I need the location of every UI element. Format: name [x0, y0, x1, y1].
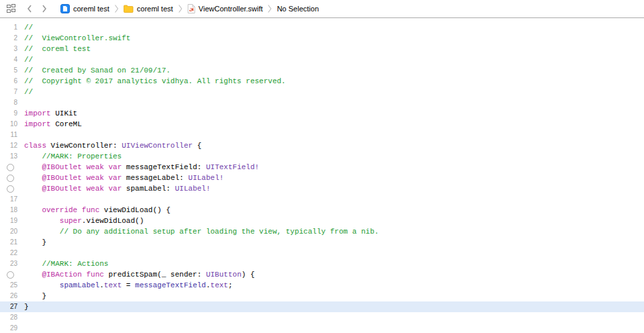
line-number[interactable]: 6 — [13, 76, 17, 87]
gutter: 1 — [0, 22, 17, 33]
line-number[interactable]: 23 — [10, 258, 17, 269]
code-line[interactable]: 27} — [0, 301, 644, 312]
related-items-icon[interactable] — [7, 4, 17, 13]
forward-button[interactable] — [39, 3, 50, 14]
code-line[interactable]: @IBOutlet weak var messageTextField: UIT… — [0, 162, 644, 173]
code-token-plain: } — [24, 238, 46, 246]
code-line[interactable]: 21 } — [0, 237, 644, 248]
code-line[interactable]: 22 — [0, 248, 644, 258]
code-line[interactable]: 10import CoreML — [0, 119, 644, 130]
code-token-comment: // coreml test — [24, 45, 91, 53]
gutter: 17 — [0, 194, 17, 205]
line-number[interactable]: 1 — [13, 22, 17, 33]
code-line[interactable]: 17 — [0, 194, 644, 205]
code-line[interactable]: 28 — [0, 312, 644, 323]
code-token-comment: // — [24, 56, 33, 64]
line-number[interactable]: 12 — [10, 140, 17, 151]
code-line[interactable]: 1// — [0, 22, 644, 33]
line-number[interactable]: 29 — [10, 323, 17, 333]
code-line[interactable]: 8 — [0, 97, 644, 108]
code-token-comment: // Created by Sanad on 21/09/17. — [24, 66, 171, 75]
connection-indicator-icon[interactable] — [7, 185, 14, 193]
code-token-keyword: @IBOutlet — [42, 163, 81, 171]
line-number[interactable]: 22 — [10, 248, 17, 258]
code-line[interactable]: 5// Created by Sanad on 21/09/17. — [0, 65, 644, 76]
gutter — [0, 183, 17, 194]
breadcrumb-label: No Selection — [277, 5, 318, 13]
line-number[interactable]: 3 — [13, 44, 17, 54]
code-token-plain: messageLabel: — [122, 174, 188, 182]
line-number[interactable]: 26 — [10, 291, 17, 301]
line-number[interactable]: 17 — [10, 194, 17, 205]
line-number[interactable]: 21 — [10, 237, 17, 248]
code-token-plain — [24, 152, 42, 160]
gutter: 5 — [0, 65, 17, 76]
app-file-icon — [60, 4, 70, 13]
code-text: import UIKit — [17, 108, 77, 119]
code-text: @IBOutlet weak var messageTextField: UIT… — [17, 162, 259, 173]
breadcrumb-item[interactable]: coreml test — [60, 4, 109, 13]
line-number[interactable]: 18 — [10, 205, 17, 216]
connection-indicator-icon[interactable] — [7, 164, 14, 171]
code-text: // — [17, 87, 33, 97]
code-line[interactable]: 20 // Do any additional setup after load… — [0, 226, 644, 237]
code-text: // Created by Sanad on 21/09/17. — [17, 65, 171, 76]
line-number[interactable]: 27 — [10, 301, 17, 312]
code-token-keyword: func — [86, 271, 103, 279]
code-token-keyword: var — [108, 163, 122, 171]
code-line[interactable]: @IBOutlet weak var messageLabel: UILabel… — [0, 173, 644, 183]
line-number[interactable]: 7 — [13, 87, 17, 97]
line-number[interactable]: 8 — [13, 97, 17, 108]
code-token-keyword: @IBOutlet — [42, 174, 81, 182]
code-line[interactable]: 7// — [0, 87, 644, 97]
line-number[interactable]: 13 — [10, 151, 17, 162]
code-editor[interactable]: 1//2// ViewController.swift3// coreml te… — [0, 18, 644, 333]
code-token-plain — [77, 206, 82, 214]
code-line[interactable]: 11 — [0, 130, 644, 140]
breadcrumb-item[interactable]: No Selection — [277, 5, 318, 13]
code-text: super.viewDidLoad() — [17, 216, 144, 226]
code-line[interactable]: 6// Copyright © 2017 analytics vidhya. A… — [0, 76, 644, 87]
code-line[interactable]: 29 — [0, 323, 644, 333]
code-line[interactable]: 25 spamLabel.text = messageTextField.tex… — [0, 280, 644, 291]
line-number[interactable]: 9 — [13, 108, 17, 119]
line-number[interactable]: 20 — [10, 226, 17, 237]
code-line[interactable]: 2// ViewController.swift — [0, 33, 644, 44]
gutter: 27 — [0, 301, 17, 312]
code-line[interactable]: 3// coreml test — [0, 44, 644, 54]
gutter: 23 — [0, 258, 17, 269]
line-number[interactable]: 11 — [11, 130, 17, 140]
code-token-type: UITextField! — [206, 163, 259, 171]
code-line[interactable]: 19 super.viewDidLoad() — [0, 216, 644, 226]
line-number[interactable]: 10 — [10, 119, 17, 130]
code-line[interactable]: 18 override func viewDidLoad() { — [0, 205, 644, 216]
breadcrumb-item[interactable]: ViewController.swift — [187, 4, 263, 13]
line-number[interactable]: 25 — [10, 280, 17, 291]
code-line[interactable]: 4// — [0, 54, 644, 65]
connection-indicator-icon[interactable] — [7, 175, 14, 182]
code-token-comment: // — [24, 23, 33, 32]
connection-indicator-icon[interactable] — [7, 271, 14, 279]
line-number[interactable]: 2 — [13, 33, 17, 44]
code-text: //MARK: Actions — [17, 258, 108, 269]
code-line[interactable]: 9import UIKit — [0, 108, 644, 119]
code-token-plain: predictSpam(_ sender: — [104, 271, 206, 279]
code-line[interactable]: @IBOutlet weak var spamLabel: UILabel! — [0, 183, 644, 194]
line-number[interactable]: 19 — [10, 216, 17, 226]
code-line[interactable]: 13 //MARK: Properties — [0, 151, 644, 162]
line-number[interactable]: 4 — [13, 54, 17, 65]
code-line[interactable]: @IBAction func predictSpam(_ sender: UIB… — [0, 269, 644, 280]
gutter: 4 — [0, 54, 17, 65]
back-button[interactable] — [24, 3, 35, 14]
code-token-plain: ViewController: — [46, 142, 122, 150]
code-line[interactable]: 12class ViewController: UIViewController… — [0, 140, 644, 151]
breadcrumb-item[interactable]: coreml test — [124, 5, 173, 13]
code-token-keyword: class — [24, 142, 46, 150]
code-token-comment: // Copyright © 2017 analytics vidhya. Al… — [24, 77, 285, 85]
code-line[interactable]: 23 //MARK: Actions — [0, 258, 644, 269]
line-number[interactable]: 28 — [10, 312, 17, 323]
line-number[interactable]: 5 — [13, 65, 17, 76]
code-line[interactable]: 26 } — [0, 291, 644, 301]
code-token-plain: ) { — [241, 271, 255, 279]
code-token-keyword: var — [108, 185, 122, 193]
